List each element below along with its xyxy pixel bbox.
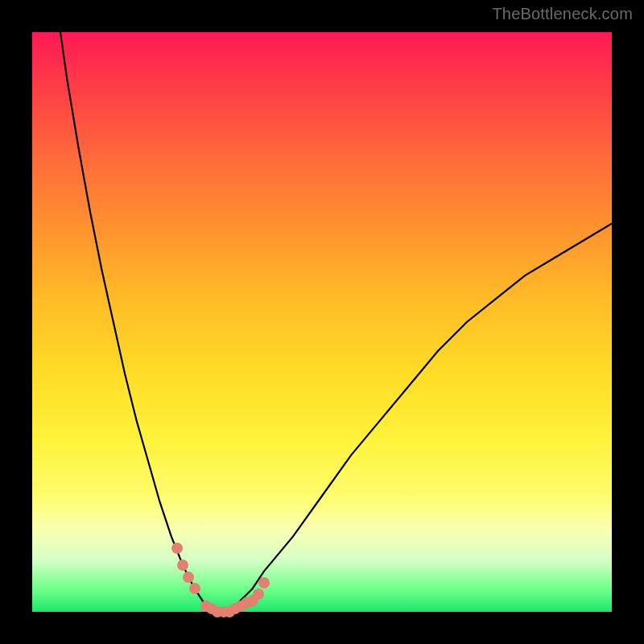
curve-path xyxy=(32,32,612,612)
bead-marker xyxy=(258,577,270,588)
watermark-text: TheBottleneck.com xyxy=(492,5,633,23)
bead-marker xyxy=(189,583,200,594)
chart-stage xyxy=(32,32,612,612)
bottleneck-curve xyxy=(32,32,612,612)
bead-marker xyxy=(171,543,183,554)
page-root: TheBottleneck.com xyxy=(0,0,644,644)
